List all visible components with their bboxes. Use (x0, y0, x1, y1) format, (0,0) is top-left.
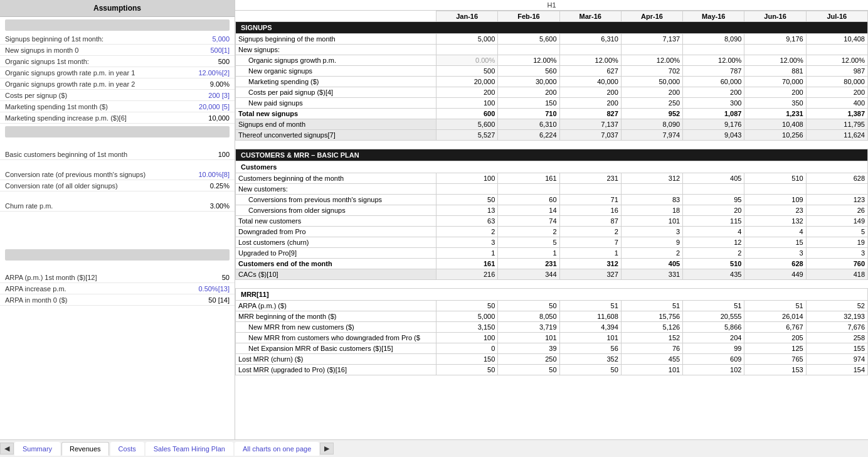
assumption-value[interactable]: 0.25% (179, 182, 230, 190)
data-cell[interactable]: 7,137 (621, 34, 682, 45)
data-cell[interactable]: 52 (806, 301, 867, 311)
data-cell[interactable]: 435 (683, 269, 744, 280)
data-cell[interactable]: 974 (806, 354, 867, 365)
data-cell[interactable]: 12.00% (744, 55, 806, 66)
data-cell[interactable]: 100 (437, 98, 498, 109)
tab-scroll-right[interactable]: ▶ (320, 443, 334, 454)
data-cell[interactable]: 204 (683, 333, 744, 343)
tab-costs[interactable]: Costs (110, 442, 144, 456)
data-cell[interactable]: 56 (559, 343, 621, 354)
data-cell[interactable]: 5 (806, 227, 867, 237)
data-cell[interactable]: 2 (621, 248, 682, 259)
data-cell[interactable]: 258 (806, 333, 867, 343)
data-cell[interactable]: 0 (437, 343, 498, 354)
assumption-value[interactable]: 12.00%[2] (179, 69, 230, 77)
data-cell[interactable]: 15,756 (621, 311, 682, 322)
data-cell[interactable]: 1,387 (806, 109, 867, 119)
data-cell[interactable]: 50,000 (621, 77, 682, 87)
data-cell[interactable]: 405 (621, 259, 682, 269)
data-cell[interactable]: 51 (683, 301, 744, 311)
data-cell[interactable]: 4 (744, 227, 806, 237)
data-cell[interactable]: 101 (621, 216, 682, 227)
assumption-value[interactable]: 10,000 (179, 114, 230, 122)
data-cell[interactable]: 60,000 (683, 77, 744, 87)
data-cell[interactable]: 101 (559, 333, 621, 343)
data-cell[interactable]: 15 (744, 237, 806, 248)
assumption-value[interactable]: 500[1] (179, 46, 230, 54)
data-cell[interactable]: 500 (437, 66, 498, 77)
data-cell[interactable]: 300 (683, 98, 744, 109)
data-cell[interactable]: 628 (744, 259, 806, 269)
assumption-value[interactable]: 100 (179, 151, 230, 158)
data-cell[interactable]: 455 (621, 354, 682, 365)
assumption-value[interactable]: 3.00% (179, 202, 230, 210)
assumption-value[interactable]: 200 [3] (179, 92, 230, 99)
data-cell[interactable]: 350 (744, 98, 806, 109)
data-cell[interactable]: 5,126 (621, 322, 682, 333)
data-cell[interactable]: 51 (621, 301, 682, 311)
data-cell[interactable]: 7,037 (559, 130, 621, 141)
data-cell[interactable]: 20 (683, 205, 744, 216)
data-cell[interactable]: 510 (744, 173, 806, 184)
data-cell[interactable]: 609 (683, 354, 744, 365)
data-cell[interactable]: 6,310 (559, 34, 621, 45)
data-cell[interactable]: 312 (559, 259, 621, 269)
data-cell[interactable]: 12.00% (683, 55, 744, 66)
data-cell[interactable]: 765 (744, 354, 806, 365)
tab-sales-team[interactable]: Sales Team Hiring Plan (146, 442, 233, 456)
data-cell[interactable]: 200 (744, 87, 806, 98)
data-cell[interactable]: 161 (498, 173, 559, 184)
data-cell[interactable]: 200 (498, 87, 559, 98)
data-cell[interactable]: 3 (744, 248, 806, 259)
data-cell[interactable]: 216 (437, 269, 498, 280)
data-cell[interactable]: 10,408 (806, 34, 867, 45)
data-cell[interactable]: 760 (806, 259, 867, 269)
data-cell[interactable]: 109 (744, 195, 806, 205)
data-cell[interactable]: 231 (498, 259, 559, 269)
data-cell[interactable]: 115 (683, 216, 744, 227)
data-cell[interactable]: 51 (744, 301, 806, 311)
data-cell[interactable]: 1 (437, 248, 498, 259)
data-cell[interactable]: 200 (437, 87, 498, 98)
data-cell[interactable]: 3,150 (437, 322, 498, 333)
data-cell[interactable]: 0.00% (437, 55, 498, 66)
tab-scroll-left[interactable]: ◀ (0, 443, 14, 454)
data-cell[interactable]: 9,176 (744, 34, 806, 45)
tab-revenues[interactable]: Revenues (61, 442, 109, 456)
assumption-value[interactable]: 9.00% (179, 80, 230, 88)
data-cell[interactable]: 20,000 (437, 77, 498, 87)
data-cell[interactable]: 8,050 (498, 311, 559, 322)
data-cell[interactable]: 352 (559, 354, 621, 365)
data-cell[interactable]: 51 (559, 301, 621, 311)
data-cell[interactable]: 12.00% (621, 55, 682, 66)
data-cell[interactable]: 152 (621, 333, 682, 343)
data-cell[interactable]: 39 (498, 343, 559, 354)
data-cell[interactable]: 600 (437, 109, 498, 119)
data-cell[interactable]: 50 (559, 365, 621, 375)
data-cell[interactable]: 101 (498, 333, 559, 343)
data-cell[interactable]: 2 (559, 227, 621, 237)
data-cell[interactable]: 50 (437, 195, 498, 205)
data-cell[interactable]: 952 (621, 109, 682, 119)
data-cell[interactable]: 101 (621, 365, 682, 375)
data-cell[interactable]: 9 (621, 237, 682, 248)
data-cell[interactable]: 7,137 (559, 119, 621, 130)
data-cell[interactable]: 50 (437, 365, 498, 375)
data-cell[interactable]: 200 (559, 98, 621, 109)
data-cell[interactable]: 327 (559, 269, 621, 280)
data-cell[interactable]: 250 (621, 98, 682, 109)
data-cell[interactable]: 32,193 (806, 311, 867, 322)
data-cell[interactable]: 132 (744, 216, 806, 227)
data-cell[interactable]: 30,000 (498, 77, 559, 87)
data-cell[interactable]: 7,974 (621, 130, 682, 141)
data-cell[interactable]: 400 (806, 98, 867, 109)
data-cell[interactable]: 200 (683, 87, 744, 98)
data-cell[interactable]: 123 (806, 195, 867, 205)
data-cell[interactable]: 161 (437, 259, 498, 269)
data-cell[interactable]: 3 (621, 227, 682, 237)
data-cell[interactable]: 20,555 (683, 311, 744, 322)
data-cell[interactable]: 26 (806, 205, 867, 216)
data-cell[interactable]: 3 (806, 248, 867, 259)
assumption-value[interactable]: 50 [14] (179, 296, 230, 304)
data-cell[interactable]: 95 (683, 195, 744, 205)
